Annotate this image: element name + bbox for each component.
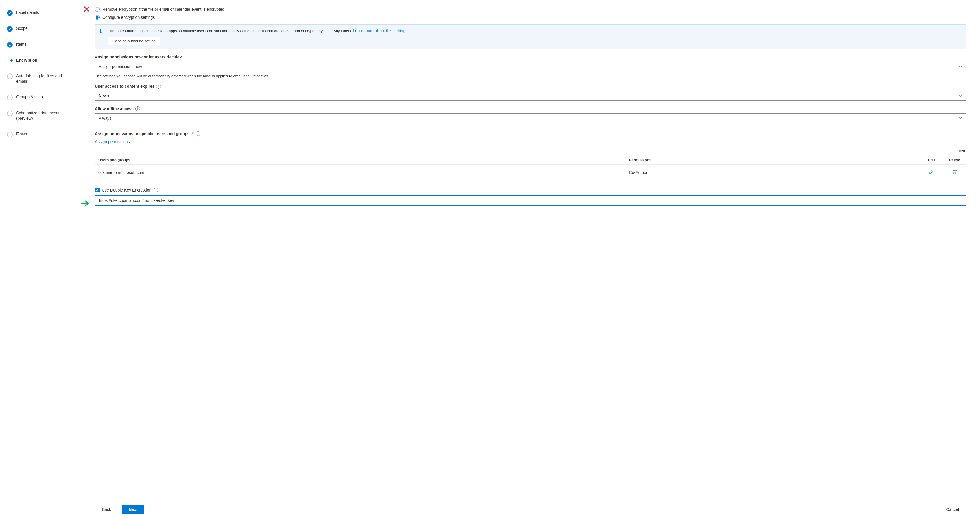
radio-remove-encryption[interactable]: Remove encryption if the file or email o… [95,7,966,11]
sidebar-label-encryption: Encryption [16,57,37,64]
sidebar-label-items: Items [16,41,27,48]
sidebar-label-scope: Scope [16,26,28,32]
green-arrow-icon [81,200,92,207]
th-users-groups: Users and groups [95,155,626,165]
connector-4 [10,66,10,70]
sidebar-item-schematized[interactable]: Schematized data assets (preview) [0,107,81,124]
dke-section: Use Double Key Encryption i [95,188,966,206]
dke-info-icon[interactable]: i [154,188,158,193]
assign-permissions-select[interactable]: Assign permissions now Let users assign … [95,62,966,72]
assign-permissions-link[interactable]: Assign permissions [95,139,130,144]
th-permissions: Permissions [626,155,920,165]
td-permission: Co-Author [626,164,920,180]
green-arrow-annotation [81,200,92,207]
th-edit: Edit [920,155,943,165]
sidebar-label-groups-sites: Groups & sites [16,94,43,100]
connector-2 [10,35,10,39]
assign-permissions-label: Assign permissions now or let users deci… [95,55,966,59]
connector-7 [10,124,10,129]
footer: Back Next Cancel [81,500,980,519]
sidebar-item-finish[interactable]: Finish [0,129,81,140]
sidebar-item-groups-sites[interactable]: Groups & sites [0,91,81,103]
allow-offline-field: Allow offline access i Always Never Only… [95,107,966,123]
main-content: ✕ Remove encryption if the file or email… [81,0,980,519]
info-banner: ℹ Turn on co-authoring Office desktop ap… [95,24,966,49]
connector-3 [10,51,10,55]
radio-label-configure-encryption: Configure encryption settings [102,15,155,20]
user-access-label: User access to content expires [95,84,154,89]
info-banner-text: Turn on co-authoring Office desktop apps… [108,29,352,33]
radio-input-configure-encryption[interactable] [95,15,100,20]
th-delete: Delete [943,155,966,165]
sidebar-label-auto-labeling: Auto-labeling for files and emails [16,73,74,84]
step-indicator-items: ● [7,42,13,48]
sidebar-item-auto-labeling[interactable]: Auto-labeling for files and emails [0,70,81,88]
radio-label-remove-encryption: Remove encryption if the file or email o… [102,7,224,11]
assign-permissions-section: Assign permissions to specific users and… [95,131,966,144]
step-indicator-groups-sites [7,95,13,100]
assign-permissions-info-icon[interactable]: i [196,131,200,136]
sidebar-label-schematized: Schematized data assets (preview) [16,110,74,121]
td-edit-cell [920,164,943,180]
delete-row-button[interactable] [951,168,958,177]
allow-offline-info-icon[interactable]: i [135,107,140,111]
content-area: ✕ Remove encryption if the file or email… [81,0,980,500]
user-access-select[interactable]: Never On a specific date A number of day… [95,91,966,101]
permissions-table: Users and groups Permissions Edit Delete… [95,155,966,181]
radio-configure-encryption[interactable]: Configure encryption settings [95,15,966,20]
radio-group-encryption: Remove encryption if the file or email o… [95,7,966,20]
sidebar-item-scope[interactable]: ✓ Scope [0,23,81,35]
edit-pencil-icon [929,170,934,174]
dke-label[interactable]: Use Double Key Encryption [102,188,151,193]
required-star: * [192,131,194,136]
dke-url-wrapper [95,195,966,206]
table-row: cosmian.onmicrosoft.com Co-Author [95,164,966,180]
close-x-icon[interactable]: ✕ [83,5,91,14]
sidebar-label-finish: Finish [16,131,27,137]
items-count: 1 item [95,149,966,153]
info-banner-content: Turn on co-authoring Office desktop apps… [108,28,406,45]
back-button[interactable]: Back [95,505,118,514]
allow-offline-select[interactable]: Always Never Only for a number of days [95,113,966,123]
assign-permissions-header: Assign permissions to specific users and… [95,131,966,136]
sidebar: ✓ Label details ✓ Scope ● Items Encrypti… [0,0,81,519]
allow-offline-label: Allow offline access [95,107,134,111]
step-indicator-finish [7,132,13,137]
step-indicator-auto-labeling [7,73,13,79]
assign-permissions-helper: The settings you choose will be automati… [95,74,966,78]
info-banner-icon: ℹ [100,29,105,34]
step-indicator-schematized [7,110,13,116]
connector-5 [10,88,10,91]
sidebar-label-label-details: Label details [16,10,39,16]
sidebar-item-label-details[interactable]: ✓ Label details [0,7,81,19]
dke-checkbox-row: Use Double Key Encryption i [95,188,966,193]
delete-trash-icon [952,169,957,174]
assign-permissions-section-label: Assign permissions to specific users and… [95,131,190,136]
td-delete-cell [943,164,966,180]
user-access-expires-field: User access to content expires i Never O… [95,84,966,101]
dke-url-input[interactable] [95,195,966,206]
radio-input-remove-encryption[interactable] [95,7,100,11]
step-indicator-scope: ✓ [7,26,13,32]
learn-more-link[interactable]: Learn more about this setting [353,29,405,33]
footer-nav-buttons: Back Next [95,505,144,514]
td-user: cosmian.onmicrosoft.com [95,164,626,180]
next-button[interactable]: Next [122,505,144,514]
sidebar-item-encryption[interactable]: Encryption [0,55,81,66]
step-indicator-label-details: ✓ [7,10,13,16]
assign-permissions-field: Assign permissions now or let users deci… [95,55,966,78]
cancel-button[interactable]: Cancel [939,505,966,514]
dke-checkbox[interactable] [95,188,100,193]
user-access-info-icon[interactable]: i [156,84,161,89]
connector-6 [10,103,10,107]
edit-row-button[interactable] [928,169,935,177]
table-header: Users and groups Permissions Edit Delete [95,155,966,165]
step-dot-encryption [10,59,13,62]
connector-1 [10,19,10,23]
go-to-coauthoring-button[interactable]: Go to co-authoring setting [108,37,160,45]
sidebar-item-items[interactable]: ● Items [0,39,81,51]
